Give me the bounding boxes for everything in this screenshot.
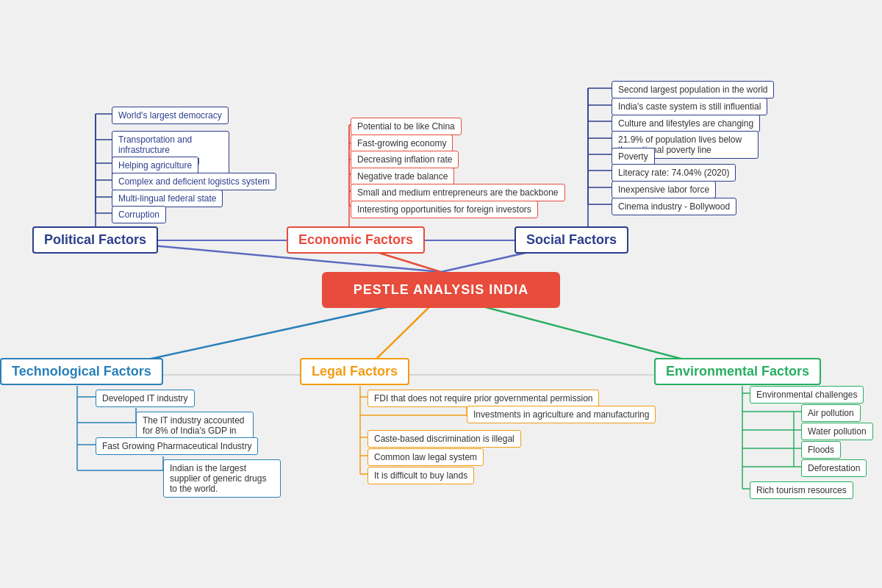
economic-node-6: Interesting opportunities for foreign in… [351, 201, 538, 218]
technological-label: Technological Factors [0, 358, 163, 385]
political-node-1: World's largest democracy [112, 107, 229, 124]
economic-node-2: Fast-growing economy [351, 135, 453, 152]
env-node-4: Floods [801, 441, 841, 459]
economic-node-1: Potential to be like China [351, 118, 462, 135]
economic-node-4: Negative trade balance [351, 168, 454, 185]
legal-node-1: FDI that does not require prior governme… [368, 390, 599, 407]
env-node-2: Air pollution [801, 404, 861, 422]
social-node-1: Second largest population in the world [612, 81, 774, 98]
social-node-3: Culture and lifestyles are changing [612, 115, 760, 132]
social-node-2: India's caste system is still influentia… [612, 98, 767, 115]
legal-node-2: Investments in agriculture and manufactu… [467, 406, 656, 423]
political-node-5: Multi-lingual federal state [112, 190, 223, 207]
tech-node-3: Fast Growing Pharmaceutical Industry [96, 437, 258, 455]
environmental-label: Environmental Factors [654, 358, 821, 385]
economic-node-5: Small and medium entrepreneurs are the b… [351, 184, 565, 201]
env-node-5: Deforestation [801, 459, 867, 477]
legal-node-4: Common law legal system [368, 448, 484, 466]
env-node-3: Water pollution [801, 423, 873, 440]
political-label: Political Factors [32, 226, 158, 254]
social-node-7: Inexpensive labor force [612, 181, 716, 198]
center-title: PESTLE ANALYSIS INDIA [322, 272, 560, 308]
env-node-1: Environmental challenges [750, 386, 864, 404]
social-node-5: Poverty [612, 148, 655, 165]
political-node-3: Helping agriculture [112, 157, 198, 174]
political-node-4: Complex and deficient logistics system [112, 173, 276, 190]
legal-label: Legal Factors [300, 358, 409, 385]
tech-node-1: Developed IT industry [96, 390, 195, 407]
tech-node-4: Indian is the largest supplier of generi… [163, 459, 281, 498]
env-node-6: Rich tourism resources [750, 481, 853, 499]
legal-node-3: Caste-based discrimination is illegal [368, 430, 521, 448]
economic-node-3: Decreasing inflation rate [351, 151, 459, 168]
political-node-6: Corruption [112, 206, 166, 223]
economic-label: Economic Factors [287, 226, 425, 254]
social-node-8: Cinema industry - Bollywood [612, 198, 736, 215]
legal-node-5: It is difficult to buy lands [368, 467, 474, 484]
social-label: Social Factors [514, 226, 628, 254]
social-node-6: Literacy rate: 74.04% (2020) [612, 164, 736, 182]
